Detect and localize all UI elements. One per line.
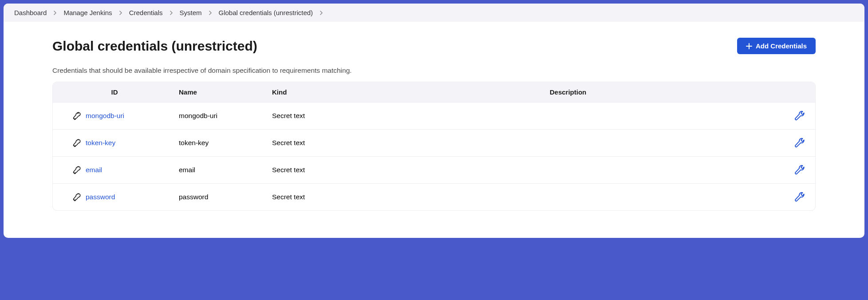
table-row: token-key token-key Secret text (53, 129, 815, 156)
key-icon (71, 137, 81, 149)
svg-point-2 (78, 166, 79, 167)
column-header-description[interactable]: Description (396, 88, 784, 96)
credential-name: email (179, 166, 272, 174)
svg-point-0 (78, 112, 79, 113)
credential-kind: Secret text (272, 193, 396, 201)
svg-point-3 (78, 193, 79, 194)
chevron-right-icon (53, 11, 57, 15)
credential-kind: Secret text (272, 166, 396, 174)
breadcrumb-item-global-credentials[interactable]: Global credentials (unrestricted) (219, 9, 313, 16)
header-row: Global credentials (unrestricted) Add Cr… (52, 38, 816, 54)
key-icon (71, 191, 81, 203)
breadcrumb-item-dashboard[interactable]: Dashboard (14, 9, 47, 16)
plus-icon (746, 43, 752, 49)
credential-kind: Secret text (272, 139, 396, 147)
credential-kind: Secret text (272, 112, 396, 120)
breadcrumb-item-system[interactable]: System (180, 9, 202, 16)
column-header-id[interactable]: ID (77, 88, 179, 96)
wrench-icon[interactable] (794, 110, 805, 122)
chevron-right-icon (169, 11, 174, 15)
wrench-icon[interactable] (794, 164, 805, 176)
breadcrumb-item-manage-jenkins[interactable]: Manage Jenkins (63, 9, 112, 16)
table-row: password password Secret text (53, 183, 815, 210)
app-window: Dashboard Manage Jenkins Credentials Sys… (4, 4, 864, 238)
column-header-name[interactable]: Name (179, 88, 272, 96)
credential-id-link[interactable]: email (86, 166, 102, 174)
add-credentials-button[interactable]: Add Credentials (737, 38, 816, 54)
table-row: mongodb-uri mongodb-uri Secret text (53, 102, 815, 129)
chevron-right-icon (319, 11, 324, 15)
key-icon (71, 164, 81, 176)
wrench-icon[interactable] (794, 191, 805, 203)
chevron-right-icon (208, 11, 213, 15)
chevron-right-icon (118, 11, 123, 15)
breadcrumb: Dashboard Manage Jenkins Credentials Sys… (4, 4, 864, 22)
breadcrumb-item-credentials[interactable]: Credentials (129, 9, 163, 16)
table-header: ID Name Kind Description (53, 82, 815, 102)
svg-point-1 (78, 139, 79, 140)
page-description: Credentials that should be available irr… (52, 67, 816, 75)
credential-name: password (179, 193, 272, 201)
table-row: email email Secret text (53, 156, 815, 183)
credential-name: mongodb-uri (179, 112, 272, 120)
credential-name: token-key (179, 139, 272, 147)
add-credentials-label: Add Credentials (756, 42, 807, 50)
column-header-kind[interactable]: Kind (272, 88, 396, 96)
credentials-table: ID Name Kind Description mongodb-uri mon… (52, 82, 816, 211)
main-content: Global credentials (unrestricted) Add Cr… (4, 22, 864, 211)
credential-id-link[interactable]: password (86, 193, 115, 201)
wrench-icon[interactable] (794, 137, 805, 149)
key-icon (71, 110, 81, 122)
credential-id-link[interactable]: mongodb-uri (86, 112, 124, 120)
credential-id-link[interactable]: token-key (86, 139, 115, 147)
page-title: Global credentials (unrestricted) (52, 39, 257, 54)
